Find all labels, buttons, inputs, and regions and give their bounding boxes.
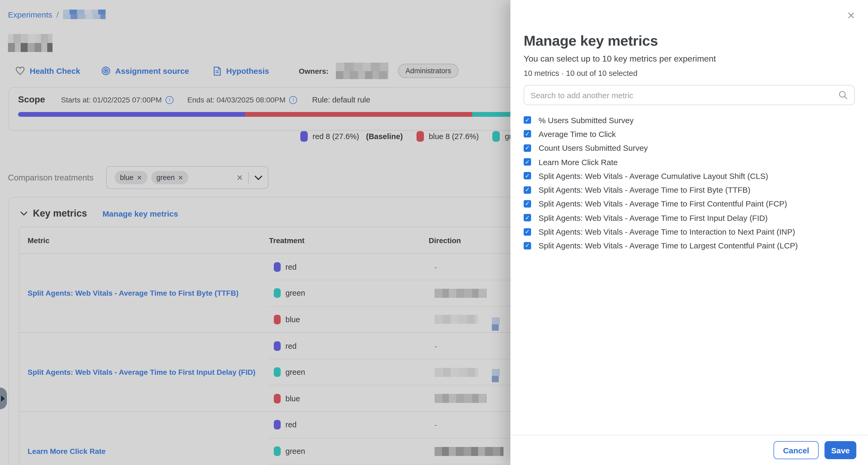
checkbox-checked[interactable]: ✓ (524, 214, 531, 221)
modal-footer: Cancel Save (510, 435, 868, 465)
checkbox-checked[interactable]: ✓ (524, 130, 531, 138)
metric-option[interactable]: ✓% Users Submitted Survey (524, 113, 855, 127)
metric-option[interactable]: ✓Learn More Click Rate (524, 155, 855, 169)
metric-option[interactable]: ✓Average Time to Click (524, 127, 855, 141)
checkbox-checked[interactable]: ✓ (524, 158, 531, 166)
metric-count-status: 10 metrics · 10 out of 10 selected (524, 69, 855, 78)
metric-search-input[interactable] (531, 90, 838, 99)
checkbox-checked[interactable]: ✓ (524, 242, 531, 250)
modal-title: Manage key metrics (524, 33, 855, 49)
close-icon[interactable]: ✕ (847, 10, 855, 21)
checkbox-checked[interactable]: ✓ (524, 200, 531, 208)
screen: Experiments / Health Check Assignment so… (0, 0, 868, 465)
metric-search (524, 85, 855, 105)
metric-option[interactable]: ✓Split Agents: Web Vitals - Average Time… (524, 225, 855, 239)
checkbox-checked[interactable]: ✓ (524, 116, 531, 124)
checkbox-checked[interactable]: ✓ (524, 172, 531, 180)
metric-option[interactable]: ✓Split Agents: Web Vitals - Average Cumu… (524, 169, 855, 183)
checkbox-checked[interactable]: ✓ (524, 186, 531, 194)
metric-option[interactable]: ✓Split Agents: Web Vitals - Average Time… (524, 197, 855, 211)
metric-option[interactable]: ✓Split Agents: Web Vitals - Average Time… (524, 211, 855, 225)
manage-key-metrics-modal: ✕ Manage key metrics You can select up t… (510, 0, 868, 465)
cancel-button[interactable]: Cancel (774, 441, 819, 459)
search-icon (838, 90, 848, 100)
checkbox-checked[interactable]: ✓ (524, 144, 531, 151)
save-button[interactable]: Save (825, 441, 856, 459)
metric-option[interactable]: ✓Split Agents: Web Vitals - Average Time… (524, 183, 855, 197)
metric-option[interactable]: ✓Count Users Submitted Survey (524, 141, 855, 155)
metric-checkbox-list: ✓% Users Submitted Survey ✓Average Time … (524, 113, 855, 253)
metric-option[interactable]: ✓Split Agents: Web Vitals - Average Time… (524, 239, 855, 253)
modal-subtitle: You can select up to 10 key metrics per … (524, 54, 855, 64)
checkbox-checked[interactable]: ✓ (524, 228, 531, 235)
